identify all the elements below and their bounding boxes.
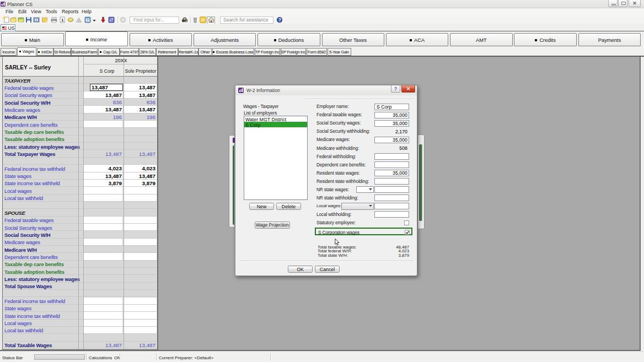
svg-text:?: ? bbox=[278, 17, 281, 23]
svg-text:1: 1 bbox=[61, 18, 64, 23]
